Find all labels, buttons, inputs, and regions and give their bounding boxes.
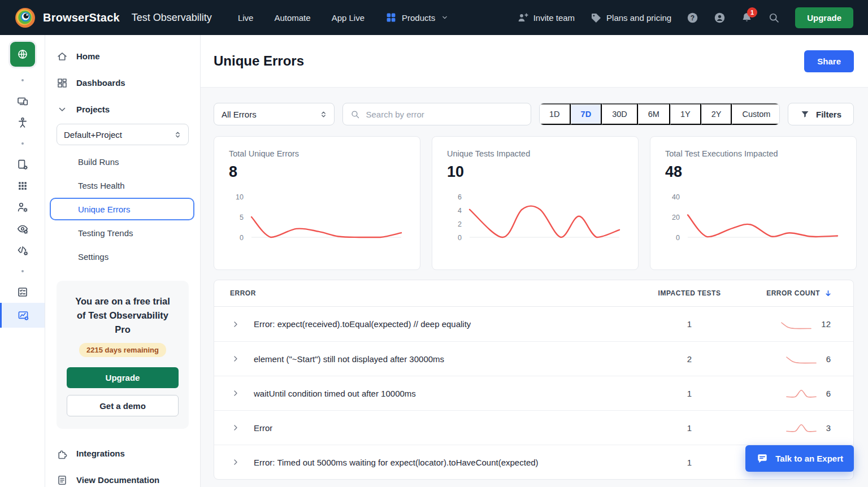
products-grid-icon	[385, 12, 397, 23]
sidebar-item-label: Projects	[76, 105, 110, 114]
error-message: waitUntil condition timed out after 1000…	[254, 389, 416, 398]
table-row[interactable]: waitUntil condition timed out after 1000…	[214, 376, 853, 410]
rail-item-live[interactable]	[0, 90, 45, 112]
error-count-cell: 12	[732, 319, 853, 330]
chart-gear-icon	[18, 310, 29, 321]
range-7d[interactable]: 7D	[571, 103, 602, 125]
sidebar-item-label: Settings	[78, 252, 108, 262]
sidebar-item-label: View Documentation	[76, 475, 159, 485]
col-error: ERROR	[214, 289, 647, 297]
range-1d[interactable]: 1D	[540, 103, 571, 125]
expand-chevron-icon[interactable]	[231, 423, 240, 432]
sidebar-item-settings[interactable]: Settings	[57, 245, 189, 268]
stat-card-value: 48	[665, 163, 841, 181]
col-error-count[interactable]: ERROR COUNT	[732, 289, 853, 298]
expand-chevron-icon[interactable]	[231, 389, 240, 398]
svg-text:40: 40	[672, 193, 680, 201]
sidebar-item-projects[interactable]: Projects	[57, 96, 189, 123]
brand[interactable]: BrowserStack Test Observability	[15, 7, 212, 28]
rail-item-app-automate[interactable]	[0, 154, 45, 175]
talk-to-expert-button[interactable]: Talk to an Expert	[745, 445, 854, 472]
product-rail	[0, 35, 45, 487]
error-cell: Error: Timed out 5000ms waiting for expe…	[214, 458, 647, 467]
share-button[interactable]: Share	[804, 50, 854, 72]
table-header: ERROR IMPACTED TESTS ERROR COUNT	[214, 280, 853, 307]
plans-pricing-link[interactable]: Plans and pricing	[590, 12, 671, 23]
table-row[interactable]: Error: expect(received).toEqual(expected…	[214, 307, 853, 341]
rail-item-automate[interactable]	[0, 240, 45, 261]
sidebar-item-dashboards[interactable]: Dashboards	[57, 69, 189, 96]
range-custom[interactable]: Custom	[732, 103, 780, 125]
table-row[interactable]: element ("~Start") still not displayed a…	[214, 341, 853, 376]
sidebar-item-label: Integrations	[76, 449, 125, 458]
home-icon	[57, 51, 68, 62]
rail-item-all-products[interactable]	[0, 175, 45, 197]
person-plus-icon	[517, 12, 528, 23]
impacted-tests-value: 1	[647, 423, 732, 433]
nav-link-automate[interactable]: Automate	[274, 13, 310, 23]
sidebar-item-label: Testing Trends	[78, 228, 133, 238]
talk-to-expert-label: Talk to an Expert	[775, 454, 843, 463]
nav-link-live[interactable]: Live	[238, 13, 254, 23]
search-icon[interactable]	[768, 12, 780, 24]
sidebar-item-testing-trends[interactable]: Testing Trends	[57, 221, 189, 245]
code-gear-icon	[17, 245, 28, 256]
funnel-icon	[800, 110, 810, 119]
expand-chevron-icon[interactable]	[231, 320, 240, 329]
sidebar-item-unique-errors[interactable]: Unique Errors	[50, 198, 194, 220]
rail-item-test-management[interactable]	[0, 281, 45, 303]
sidebar-item-tests-health[interactable]: Tests Health	[57, 173, 189, 197]
range-1y[interactable]: 1Y	[670, 103, 701, 125]
svg-text:0: 0	[458, 234, 462, 242]
filters-button[interactable]: Filters	[788, 103, 854, 125]
expand-chevron-icon[interactable]	[231, 458, 240, 467]
range-30d[interactable]: 30D	[602, 103, 638, 125]
notification-badge: 1	[747, 7, 757, 18]
help-icon[interactable]: ?	[687, 12, 698, 24]
notifications-bell-icon[interactable]: 1	[741, 12, 753, 24]
search-input[interactable]	[366, 110, 523, 119]
project-select[interactable]: Default+Project	[57, 124, 189, 145]
error-message: Error: Timed out 5000ms waiting for expe…	[254, 458, 539, 467]
products-menu[interactable]: Products	[385, 12, 449, 23]
error-count-cell: 3	[732, 422, 853, 433]
stat-card-value: 8	[229, 163, 405, 181]
globe-icon	[17, 49, 28, 60]
rail-item-accessibility-testing[interactable]	[0, 112, 45, 133]
nav-link-app-live[interactable]: App Live	[332, 13, 364, 23]
trial-upgrade-button[interactable]: Upgrade	[67, 367, 179, 388]
sidebar-item-integrations[interactable]: Integrations	[57, 440, 189, 467]
rail-item-live-product[interactable]	[10, 42, 35, 67]
range-2y[interactable]: 2Y	[701, 103, 732, 125]
account-icon[interactable]	[714, 12, 726, 24]
rail-item-test-observability[interactable]	[0, 303, 45, 328]
sidebar-item-view-documentation[interactable]: View Documentation	[57, 467, 189, 487]
invite-team-link[interactable]: Invite team	[517, 12, 575, 23]
dashboards-icon	[57, 77, 68, 89]
sidebar-item-home[interactable]: Home	[57, 43, 189, 69]
error-type-dropdown[interactable]: All Errors	[214, 103, 335, 125]
nav-right: Invite team Plans and pricing ? 1 Upgrad…	[517, 7, 853, 28]
sidebar-item-label: Dashboards	[76, 78, 125, 88]
upgrade-button[interactable]: Upgrade	[795, 7, 853, 28]
stat-cards: Total Unique Errors81050Unique Tests Imp…	[214, 136, 854, 270]
stat-card-label: Total Test Executions Impacted	[665, 149, 841, 158]
impacted-tests-value: 1	[647, 458, 732, 467]
error-trend-sparkline	[785, 422, 817, 433]
svg-text:?: ?	[691, 14, 695, 21]
rail-item-visual-testing[interactable]	[0, 218, 45, 240]
get-demo-button[interactable]: Get a demo	[67, 395, 179, 416]
accessibility-icon	[17, 117, 28, 128]
svg-text:20: 20	[672, 214, 680, 221]
primary-nav: LiveAutomateApp LiveProducts	[238, 12, 449, 23]
top-nav: BrowserStack Test Observability LiveAuto…	[0, 0, 868, 35]
filters-label: Filters	[816, 110, 841, 119]
rail-item-accessibility-automation[interactable]	[0, 197, 45, 218]
page-header: Unique Errors Share	[201, 35, 868, 88]
range-6m[interactable]: 6M	[638, 103, 670, 125]
table-row[interactable]: Error13	[214, 410, 853, 445]
expand-chevron-icon[interactable]	[231, 354, 240, 363]
trend-sparkline-chart: 6420	[447, 188, 623, 246]
sort-desc-icon	[823, 289, 833, 298]
sidebar-item-build-runs[interactable]: Build Runs	[57, 150, 189, 173]
